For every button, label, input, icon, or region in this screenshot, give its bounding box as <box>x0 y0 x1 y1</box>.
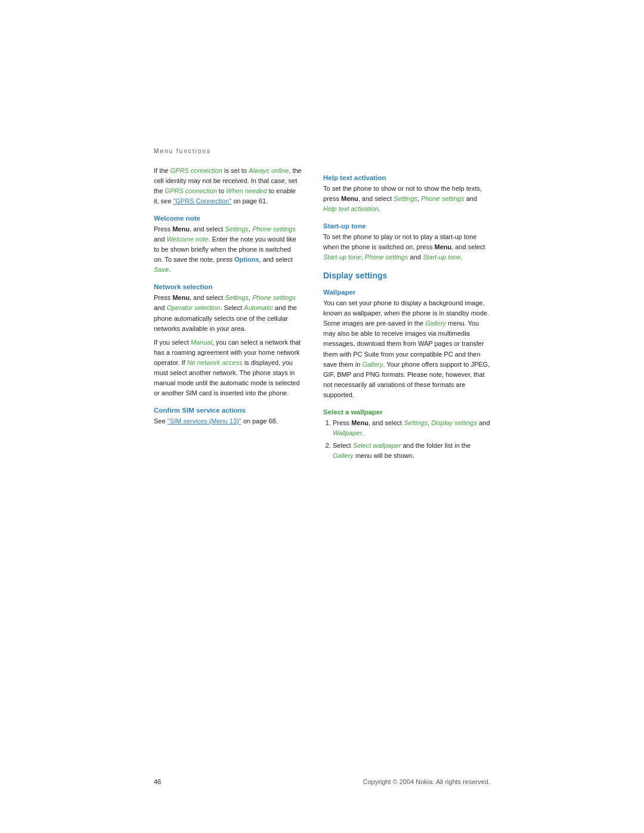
intro-paragraph: If the GPRS connection is set to Always … <box>154 166 302 206</box>
operator-selection-italic: Operator selection <box>166 304 220 311</box>
startup-tone-heading: Start-up tone <box>323 222 490 230</box>
page: Menu functions If the GPRS connection is… <box>0 0 644 833</box>
options-bold: Options <box>234 256 259 263</box>
confirm-sim-section: Confirm SIM service actions See "SIM ser… <box>154 407 302 426</box>
network-selection-para2: If you select Manual, you can select a n… <box>154 337 302 398</box>
settings-italic-2: Settings <box>225 294 249 301</box>
gprs-connection-2: GPRS connection <box>165 187 216 194</box>
wallpaper-italic: Wallpaper <box>333 429 362 436</box>
gprs-connection-1: GPRS connection <box>171 167 222 174</box>
display-settings-heading: Display settings <box>323 271 490 280</box>
step-2: Select Select wallpaper and the folder l… <box>333 441 490 461</box>
network-selection-para1: Press Menu, and select Settings, Phone s… <box>154 293 302 333</box>
network-selection-heading: Network selection <box>154 283 302 290</box>
select-wallpaper-heading: Select a wallpaper <box>323 408 490 416</box>
phone-settings-italic-4: Phone settings <box>365 253 408 261</box>
settings-italic-1: Settings <box>225 225 249 233</box>
startup-tone-para: To set the phone to play or not to play … <box>323 232 490 262</box>
right-column: Help text activation To set the phone to… <box>323 166 490 468</box>
network-selection-section: Network selection Press Menu, and select… <box>154 283 302 398</box>
menu-bold-4: Menu <box>435 243 452 250</box>
left-column: If the GPRS connection is set to Always … <box>154 166 302 468</box>
menu-bold-2: Menu <box>172 294 190 301</box>
startup-tone-italic-2: Start-up tone <box>423 253 461 261</box>
welcome-note-italic: Welcome note <box>166 236 208 243</box>
startup-tone-italic-1: Start-up tone <box>323 253 361 261</box>
save-italic: Save <box>154 266 169 273</box>
startup-tone-section: Start-up tone To set the phone to play o… <box>323 222 490 262</box>
help-text-heading: Help text activation <box>323 174 490 181</box>
wallpaper-section: Wallpaper You can set your phone to disp… <box>323 289 490 400</box>
menu-bold-1: Menu <box>172 225 190 233</box>
display-settings-section: Display settings Wallpaper You can set y… <box>323 271 490 461</box>
gallery-italic-3: Gallery <box>333 452 354 459</box>
confirm-sim-heading: Confirm SIM service actions <box>154 407 302 414</box>
copyright-text: Copyright © 2004 Nokia. All rights reser… <box>363 778 490 785</box>
page-number: 46 <box>154 778 161 785</box>
gallery-italic-2: Gallery <box>362 361 383 368</box>
no-network-italic: No network access <box>187 359 243 366</box>
always-online: Always online <box>249 167 289 174</box>
welcome-note-heading: Welcome note <box>154 215 302 222</box>
phone-settings-italic-3: Phone settings <box>421 195 465 202</box>
menu-bold-5: Menu <box>351 419 369 426</box>
phone-settings-italic-2: Phone settings <box>252 294 296 301</box>
content-area: If the GPRS connection is set to Always … <box>154 166 490 468</box>
page-footer: 46 Copyright © 2004 Nokia. All rights re… <box>154 778 490 785</box>
gallery-italic-1: Gallery <box>425 320 446 327</box>
sim-page: 68 <box>268 417 275 425</box>
manual-italic: Manual <box>191 339 212 346</box>
help-text-para: To set the phone to show or not to show … <box>323 184 490 214</box>
welcome-note-text: Press Menu, and select Settings, Phone s… <box>154 224 302 275</box>
select-wallpaper-section: Select a wallpaper Press Menu, and selec… <box>323 408 490 461</box>
phone-settings-italic-1: Phone settings <box>252 225 296 233</box>
gprs-link: "GPRS Connection" <box>173 197 231 205</box>
wallpaper-heading: Wallpaper <box>323 289 490 296</box>
select-wallpaper-italic: Select wallpaper <box>353 442 401 449</box>
help-text-italic: Help text activation <box>323 205 379 212</box>
menu-bold-3: Menu <box>341 195 358 202</box>
step-1: Press Menu, and select Settings, Display… <box>333 418 490 438</box>
when-needed: When needed <box>226 187 267 194</box>
settings-italic-4: Settings <box>404 419 428 426</box>
wallpaper-para: You can set your phone to display a back… <box>323 298 490 400</box>
automatic-italic: Automatic <box>244 304 273 311</box>
select-wallpaper-steps: Press Menu, and select Settings, Display… <box>323 418 490 461</box>
gprs-page: 61 <box>259 197 266 205</box>
display-settings-italic: Display settings <box>431 419 477 426</box>
welcome-note-section: Welcome note Press Menu, and select Sett… <box>154 215 302 275</box>
confirm-sim-text: See "SIM services (Menu 13)" on page 68. <box>154 416 302 426</box>
sim-services-link: "SIM services (Menu 13)" <box>168 417 242 425</box>
page-header: Menu functions <box>154 148 211 154</box>
settings-italic-3: Settings <box>394 195 417 202</box>
header-text: Menu functions <box>154 148 211 154</box>
help-text-section: Help text activation To set the phone to… <box>323 174 490 214</box>
